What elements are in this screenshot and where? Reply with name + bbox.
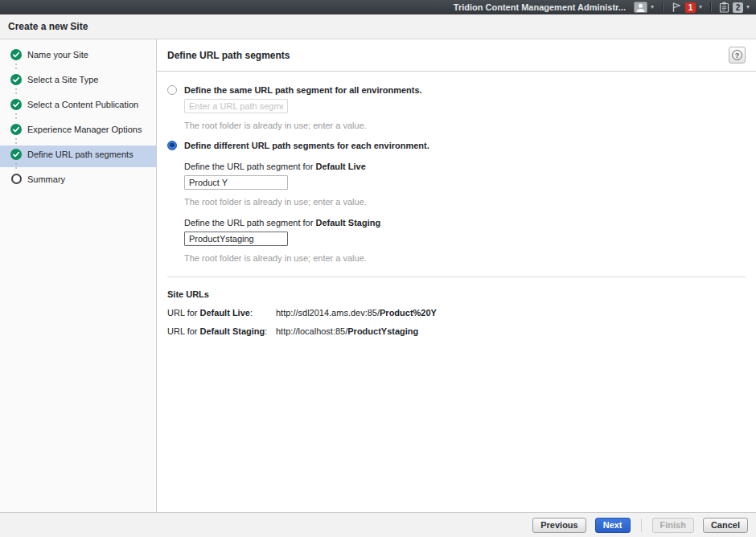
option-same-url-segment: Define the same URL path segment for all… — [167, 85, 746, 95]
radio-same-url-segment-label[interactable]: Define the same URL path segment for all… — [184, 85, 422, 95]
step-connector — [0, 63, 156, 71]
user-avatar-icon — [634, 2, 647, 13]
field-label-prefix: Define the URL path segment for — [184, 218, 315, 228]
url-segment: Product%20Y — [380, 308, 437, 318]
cancel-button[interactable]: Cancel — [703, 518, 748, 533]
clipboard-icon — [719, 2, 729, 13]
footer-toolbar: Previous Next Finish Cancel — [0, 512, 756, 537]
site-url-row: URL for Default Staging: http://localhos… — [167, 326, 746, 336]
root-folder-hint: The root folder is already in use; enter… — [184, 121, 746, 130]
site-urls-heading: Site URLs — [167, 289, 746, 299]
alerts-menu-button[interactable]: 1 ▾ — [671, 2, 702, 13]
url-segment: ProductYstaging — [347, 326, 418, 336]
topbar: Tridion Content Management Administr... … — [0, 0, 756, 14]
step-complete-check-icon — [10, 49, 22, 60]
step-label: Select a Site Type — [27, 75, 98, 84]
radio-different-url-segments[interactable] — [167, 141, 177, 150]
url-label-suffix: : — [265, 326, 267, 336]
option-different-url-segments: Define different URL path segments for e… — [167, 141, 746, 150]
default-live-segment-input[interactable] — [184, 175, 288, 190]
step-complete-check-icon — [10, 74, 22, 85]
site-url-value: http://sdl2014.ams.dev:85/Product%20Y — [276, 308, 437, 318]
step-connector — [0, 88, 156, 96]
site-url-row: URL for Default Live: http://sdl2014.ams… — [167, 308, 746, 318]
url-base: http://sdl2014.ams.dev:85/ — [276, 308, 380, 318]
help-button[interactable]: ? — [729, 47, 746, 64]
help-icon: ? — [732, 50, 742, 60]
wizard-container: Name your Site Select a Site Type Select… — [0, 39, 756, 512]
step-label: Select a Content Publication — [27, 100, 138, 109]
topbar-app-title: Tridion Content Management Administr... — [454, 2, 626, 12]
step-complete-check-icon — [10, 99, 22, 110]
finish-button: Finish — [652, 518, 694, 533]
url-label-suffix: : — [250, 308, 253, 318]
same-url-segment-input[interactable] — [184, 99, 288, 113]
url-label-prefix: URL for — [167, 326, 200, 336]
radio-different-url-segments-label[interactable]: Define different URL path segments for e… — [184, 141, 429, 150]
environment-name: Default Staging — [315, 218, 380, 228]
step-complete-check-icon — [10, 124, 22, 135]
wizard-main-panel: Define URL path segments ? Define the sa… — [157, 39, 756, 512]
next-button[interactable]: Next — [595, 518, 631, 533]
step-label: Experience Manager Options — [27, 125, 142, 134]
wizard-step-select-content-publication[interactable]: Select a Content Publication — [0, 96, 156, 121]
site-url-label: URL for Default Staging: — [167, 326, 276, 336]
page-title: Define URL path segments — [167, 50, 729, 61]
environment-name: Default Live — [315, 162, 365, 171]
step-label: Summary — [27, 174, 65, 184]
dialog-titlebar: Create a new Site — [0, 14, 756, 39]
radio-same-url-segment[interactable] — [167, 85, 177, 95]
alerts-count-badge: 1 — [685, 2, 696, 13]
step-pending-circle-icon — [10, 174, 22, 185]
default-live-segment-label: Define the URL path segment for Default … — [184, 162, 746, 171]
default-staging-segment-label: Define the URL path segment for Default … — [184, 218, 746, 228]
user-menu-button[interactable]: ▾ — [634, 2, 654, 13]
caret-down-icon: ▾ — [651, 4, 654, 10]
queue-menu-button[interactable]: 2 ▾ — [719, 2, 750, 13]
wizard-step-experience-manager-options[interactable]: Experience Manager Options — [0, 121, 156, 146]
site-url-value: http://localhost:85/ProductYstaging — [276, 326, 418, 336]
step-connector — [0, 162, 156, 170]
topbar-divider — [662, 2, 663, 12]
step-label: Define URL path segments — [27, 150, 134, 159]
step-complete-check-icon — [10, 149, 22, 160]
root-folder-hint: The root folder is already in use; enter… — [184, 253, 746, 263]
topbar-divider — [710, 2, 711, 12]
main-header: Define URL path segments ? — [157, 39, 756, 72]
caret-down-icon: ▾ — [699, 4, 702, 10]
step-label: Name your Site — [27, 50, 88, 59]
dialog-title: Create a new Site — [8, 21, 88, 32]
wizard-step-summary[interactable]: Summary — [0, 170, 156, 187]
url-label-prefix: URL for — [167, 308, 200, 318]
flag-icon — [671, 2, 682, 13]
wizard-step-define-url-path-segments[interactable]: Define URL path segments — [0, 146, 156, 170]
root-folder-hint: The root folder is already in use; enter… — [184, 197, 746, 207]
site-url-label: URL for Default Live: — [167, 308, 276, 318]
wizard-steps-sidebar: Name your Site Select a Site Type Select… — [0, 39, 157, 512]
wizard-step-name-your-site[interactable]: Name your Site — [0, 46, 156, 71]
step-connector — [0, 137, 156, 146]
field-label-prefix: Define the URL path segment for — [184, 162, 315, 171]
environment-name: Default Live — [200, 308, 250, 318]
wizard-step-select-site-type[interactable]: Select a Site Type — [0, 71, 156, 96]
step-connector — [0, 113, 156, 121]
main-body: Define the same URL path segment for all… — [157, 72, 756, 336]
footer-divider — [641, 519, 642, 532]
section-divider — [167, 277, 746, 277]
default-staging-segment-input[interactable] — [184, 232, 288, 246]
queue-count-badge: 2 — [733, 2, 743, 13]
previous-button[interactable]: Previous — [532, 518, 585, 533]
url-base: http://localhost:85/ — [276, 326, 347, 336]
caret-down-icon: ▾ — [746, 4, 750, 10]
environment-name: Default Staging — [200, 326, 265, 336]
